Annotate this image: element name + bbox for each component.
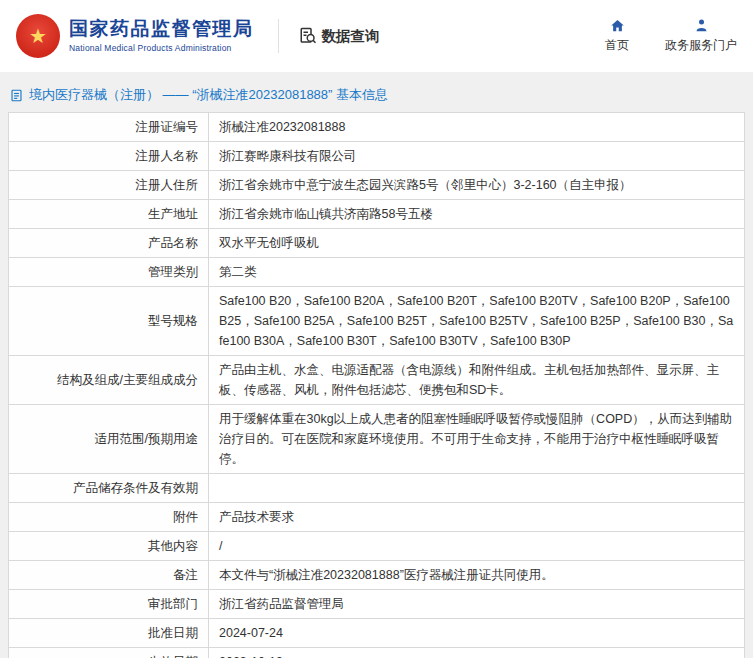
table-row: 型号规格 Safe100 B20，Safe100 B20A，Safe100 B2… — [9, 287, 745, 356]
table-row: 管理类别 第二类 — [9, 258, 745, 287]
document-icon — [10, 89, 23, 102]
data-query-label: 数据查询 — [322, 27, 380, 46]
row-label: 产品储存条件及有效期 — [9, 474, 209, 503]
row-label: 型号规格 — [9, 287, 209, 356]
table-row: 附件 产品技术要求 — [9, 503, 745, 532]
main-content: 境内医疗器械（注册） —— “浙械注准20232081888” 基本信息 注册证… — [0, 72, 753, 658]
table-row: 结构及组成/主要组成成分 产品由主机、水盒、电源适配器（含电源线）和附件组成。主… — [9, 356, 745, 405]
row-label: 适用范围/预期用途 — [9, 405, 209, 474]
nav-gov-portal-label: 政务服务门户 — [665, 37, 737, 54]
document-search-icon — [299, 27, 317, 45]
nav-home[interactable]: 首页 — [605, 18, 629, 54]
row-value — [209, 474, 745, 503]
data-query-tab[interactable]: 数据查询 — [299, 27, 380, 46]
row-label: 结构及组成/主要组成成分 — [9, 356, 209, 405]
header-divider — [278, 19, 279, 53]
table-row: 注册人住所 浙江省余姚市中意宁波生态园兴滨路5号（邻里中心）3-2-160（自主… — [9, 171, 745, 200]
table-row: 产品储存条件及有效期 — [9, 474, 745, 503]
row-value: 本文件与“浙械注准20232081888”医疗器械注册证共同使用。 — [209, 561, 745, 590]
row-value: / — [209, 532, 745, 561]
row-label: 批准日期 — [9, 619, 209, 648]
page-title-text: 境内医疗器械（注册） —— “浙械注准20232081888” 基本信息 — [29, 86, 388, 104]
row-label: 生产地址 — [9, 200, 209, 229]
nmpa-brand[interactable]: ★ 国家药品监督管理局 National Medical Products Ad… — [16, 14, 254, 58]
row-value: 浙江赛晔康科技有限公司 — [209, 142, 745, 171]
table-row: 批准日期 2024-07-24 — [9, 619, 745, 648]
row-value: 浙江省余姚市中意宁波生态园兴滨路5号（邻里中心）3-2-160（自主申报） — [209, 171, 745, 200]
brand-text: 国家药品监督管理局 National Medical Products Admi… — [69, 19, 254, 53]
table-row: 产品名称 双水平无创呼吸机 — [9, 229, 745, 258]
row-value: Safe100 B20，Safe100 B20A，Safe100 B20T，Sa… — [209, 287, 745, 356]
table-row: 其他内容 / — [9, 532, 745, 561]
table-row: 生效日期 2023-10-19 — [9, 648, 745, 658]
page-title: 境内医疗器械（注册） —— “浙械注准20232081888” 基本信息 — [8, 78, 745, 112]
row-label: 管理类别 — [9, 258, 209, 287]
row-value: 双水平无创呼吸机 — [209, 229, 745, 258]
nav-gov-portal[interactable]: 政务服务门户 — [665, 18, 737, 54]
row-value: 第二类 — [209, 258, 745, 287]
row-label: 其他内容 — [9, 532, 209, 561]
agency-title-cn: 国家药品监督管理局 — [69, 19, 254, 40]
nav-home-label: 首页 — [605, 37, 629, 54]
person-icon — [694, 18, 709, 33]
row-label: 生效日期 — [9, 648, 209, 658]
row-value: 2023-10-19 — [209, 648, 745, 658]
national-emblem-logo: ★ — [16, 14, 60, 58]
row-value: 用于缓解体重在30kg以上成人患者的阻塞性睡眠呼吸暂停或慢阻肺（COPD），从而… — [209, 405, 745, 474]
row-label: 注册人名称 — [9, 142, 209, 171]
table-row: 备注 本文件与“浙械注准20232081888”医疗器械注册证共同使用。 — [9, 561, 745, 590]
row-value: 产品技术要求 — [209, 503, 745, 532]
table-row: 审批部门 浙江省药品监督管理局 — [9, 590, 745, 619]
row-label: 附件 — [9, 503, 209, 532]
row-value: 浙械注准20232081888 — [209, 113, 745, 142]
table-row: 适用范围/预期用途 用于缓解体重在30kg以上成人患者的阻塞性睡眠呼吸暂停或慢阻… — [9, 405, 745, 474]
row-value: 浙江省药品监督管理局 — [209, 590, 745, 619]
registration-info-table: 注册证编号 浙械注准20232081888 注册人名称 浙江赛晔康科技有限公司 … — [8, 112, 745, 658]
row-value: 2024-07-24 — [209, 619, 745, 648]
row-label: 产品名称 — [9, 229, 209, 258]
table-row: 注册人名称 浙江赛晔康科技有限公司 — [9, 142, 745, 171]
row-label: 注册证编号 — [9, 113, 209, 142]
home-icon — [610, 18, 625, 33]
row-label: 审批部门 — [9, 590, 209, 619]
row-value: 浙江省余姚市临山镇共济南路58号五楼 — [209, 200, 745, 229]
top-header: ★ 国家药品监督管理局 National Medical Products Ad… — [0, 0, 753, 72]
table-row: 生产地址 浙江省余姚市临山镇共济南路58号五楼 — [9, 200, 745, 229]
agency-title-en: National Medical Products Administration — [69, 43, 254, 53]
row-value: 产品由主机、水盒、电源适配器（含电源线）和附件组成。主机包括加热部件、显示屏、主… — [209, 356, 745, 405]
row-label: 注册人住所 — [9, 171, 209, 200]
table-row: 注册证编号 浙械注准20232081888 — [9, 113, 745, 142]
row-label: 备注 — [9, 561, 209, 590]
